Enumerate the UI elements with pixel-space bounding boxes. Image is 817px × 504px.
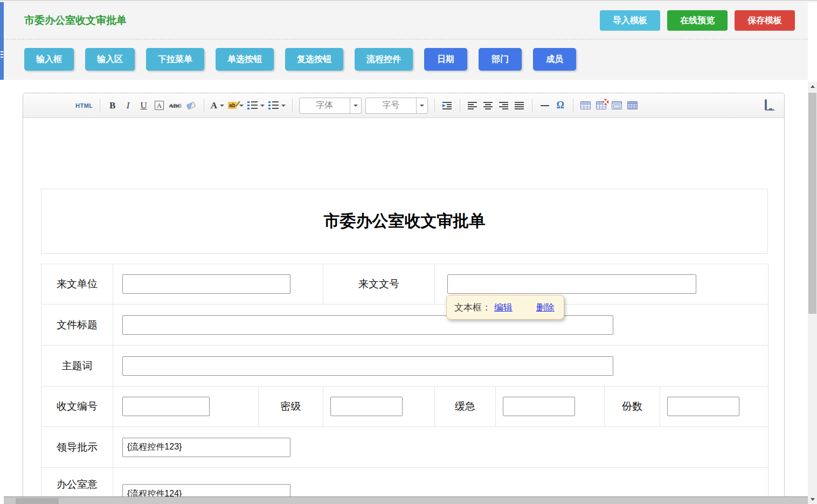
chevron-down-icon bbox=[281, 105, 286, 107]
table-row: 来文单位 来文文号 bbox=[41, 264, 768, 305]
toolbar-separator bbox=[292, 99, 293, 112]
table-properties-button[interactable] bbox=[627, 98, 639, 113]
monitor-icon bbox=[765, 99, 767, 111]
left-panel-strip[interactable] bbox=[0, 2, 4, 80]
align-center-button[interactable] bbox=[482, 98, 494, 113]
widget-tooltip: 文本框： 编辑 删除 bbox=[446, 295, 564, 320]
page: 市委办公室收文审批单 导入模板 在线预览 保存模板 输入框 输入区 下拉菜单 单… bbox=[0, 0, 817, 504]
import-template-button[interactable]: 导入模板 bbox=[600, 10, 660, 31]
editor-content[interactable]: 市委办公室收文审批单 来文单位 来文文号 文件标题 主 bbox=[23, 118, 784, 503]
underline-button[interactable]: U bbox=[138, 98, 150, 113]
align-left-button[interactable] bbox=[467, 98, 479, 113]
chevron-down-icon bbox=[260, 105, 265, 107]
tooltip-label: 文本框： bbox=[454, 301, 491, 314]
horizontal-rule-button[interactable] bbox=[539, 98, 551, 113]
header-actions: 导入模板 在线预览 保存模板 bbox=[600, 10, 795, 31]
source-code-button[interactable]: HTML bbox=[75, 98, 93, 113]
urgency-input[interactable] bbox=[503, 397, 575, 416]
arrow-down-icon bbox=[811, 498, 815, 501]
table-row: 文件标题 bbox=[41, 305, 768, 346]
save-template-button[interactable]: 保存模板 bbox=[735, 10, 795, 31]
widget-department-button[interactable]: 部门 bbox=[479, 48, 522, 71]
widget-flow-control-button[interactable]: 流程控件 bbox=[355, 48, 413, 71]
font-color-icon: A bbox=[211, 100, 217, 111]
bold-button[interactable]: B bbox=[107, 98, 119, 113]
align-right-icon bbox=[499, 102, 508, 109]
editor-toolbar: HTML B I U A ABC A ab 字体 字号 Ω bbox=[23, 93, 784, 118]
arrow-up-icon bbox=[811, 85, 815, 88]
dropdown-arrow-button[interactable] bbox=[350, 98, 361, 113]
copies-input[interactable] bbox=[667, 397, 739, 416]
chevron-down-icon bbox=[420, 105, 424, 107]
secrecy-input[interactable] bbox=[330, 397, 403, 416]
align-left-icon bbox=[468, 102, 477, 109]
border-text-button[interactable]: A bbox=[154, 98, 165, 113]
vertical-scrollbar[interactable] bbox=[808, 82, 817, 504]
toolbar-separator bbox=[573, 99, 573, 112]
indent-icon bbox=[442, 102, 452, 109]
header-top-row: 市委办公室收文审批单 导入模板 在线预览 保存模板 bbox=[4, 2, 808, 39]
bullet-list-button[interactable] bbox=[268, 98, 286, 113]
form-title-box: 市委办公室收文审批单 bbox=[41, 189, 768, 254]
form-table: 来文单位 来文文号 文件标题 主题词 收文编号 密级 bbox=[41, 264, 768, 503]
label-copies: 份数 bbox=[605, 386, 660, 427]
chevron-down-icon bbox=[220, 105, 224, 107]
highlight-color-button[interactable]: ab bbox=[228, 98, 244, 113]
special-char-button[interactable]: Ω bbox=[555, 98, 566, 113]
chevron-down-icon bbox=[239, 105, 244, 107]
chevron-down-icon bbox=[354, 105, 358, 107]
leader-comment-input[interactable] bbox=[122, 438, 290, 457]
strikethrough-button[interactable]: ABC bbox=[169, 98, 182, 113]
label-source-unit: 来文单位 bbox=[41, 264, 113, 305]
form-title: 市委办公室收文审批单 bbox=[324, 210, 486, 232]
scroll-down-button[interactable] bbox=[808, 495, 817, 503]
ordered-list-button[interactable] bbox=[247, 98, 265, 113]
dropdown-arrow-button[interactable] bbox=[416, 98, 427, 113]
widget-radio-button[interactable]: 单选按钮 bbox=[216, 48, 274, 71]
header: 市委办公室收文审批单 导入模板 在线预览 保存模板 输入框 输入区 下拉菜单 单… bbox=[4, 2, 808, 80]
label-urgency: 缓急 bbox=[435, 386, 496, 427]
widget-dropdown-button[interactable]: 下拉菜单 bbox=[146, 48, 204, 71]
indent-button[interactable] bbox=[441, 98, 453, 113]
widget-date-button[interactable]: 日期 bbox=[424, 48, 467, 71]
label-leader-comment: 领导批示 bbox=[41, 427, 113, 468]
horizontal-rule-icon bbox=[541, 105, 549, 106]
tooltip-delete-link[interactable]: 删除 bbox=[536, 301, 555, 314]
label-secrecy: 密级 bbox=[259, 386, 323, 427]
table-icon bbox=[580, 101, 591, 109]
receipt-number-input[interactable] bbox=[122, 397, 210, 416]
delete-table-button[interactable] bbox=[596, 98, 607, 113]
scroll-up-button[interactable] bbox=[808, 82, 817, 91]
widget-input-box-button[interactable]: 输入框 bbox=[24, 48, 74, 71]
doc-number-input[interactable] bbox=[447, 274, 696, 294]
italic-button[interactable]: I bbox=[122, 98, 134, 113]
font-family-select[interactable]: 字体 bbox=[299, 98, 362, 114]
online-preview-button[interactable]: 在线预览 bbox=[667, 10, 728, 31]
widget-checkbox-button[interactable]: 复选按钮 bbox=[285, 48, 343, 71]
toolbar-separator bbox=[460, 99, 460, 112]
table-row: 收文编号 密级 缓急 份数 bbox=[41, 386, 768, 427]
align-right-button[interactable] bbox=[498, 98, 510, 113]
page-title: 市委办公室收文审批单 bbox=[24, 13, 127, 27]
table-properties-icon bbox=[627, 101, 638, 109]
remove-format-button[interactable] bbox=[185, 98, 197, 113]
tooltip-edit-link[interactable]: 编辑 bbox=[494, 301, 513, 314]
font-color-button[interactable]: A bbox=[211, 98, 224, 113]
widget-input-area-button[interactable]: 输入区 bbox=[85, 48, 135, 71]
label-receipt-number: 收文编号 bbox=[41, 386, 113, 427]
fullscreen-button[interactable] bbox=[765, 100, 777, 111]
font-size-select[interactable]: 字号 bbox=[365, 98, 428, 114]
merge-cells-button[interactable] bbox=[611, 98, 623, 113]
label-doc-title: 文件标题 bbox=[41, 305, 113, 346]
scrollbar-thumb[interactable] bbox=[808, 93, 816, 314]
keywords-input[interactable] bbox=[122, 356, 613, 376]
align-center-icon bbox=[483, 102, 493, 109]
source-unit-input[interactable] bbox=[122, 274, 290, 294]
highlight-icon: ab bbox=[228, 102, 237, 109]
horizontal-scrollbar[interactable] bbox=[4, 496, 808, 504]
align-justify-button[interactable] bbox=[514, 98, 525, 113]
toolbar-separator bbox=[434, 99, 435, 112]
insert-table-button[interactable] bbox=[580, 98, 592, 113]
eraser-icon bbox=[186, 101, 196, 109]
widget-member-button[interactable]: 成员 bbox=[533, 48, 576, 71]
